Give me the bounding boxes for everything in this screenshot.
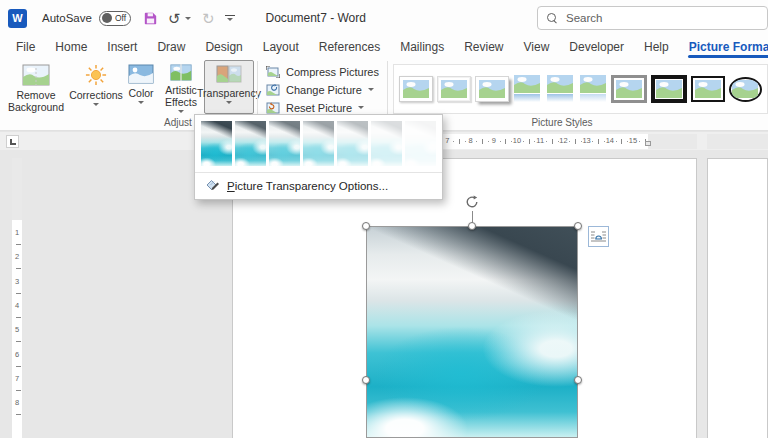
picture-style-simple-frame-white[interactable] xyxy=(399,72,433,106)
next-page-edge[interactable] xyxy=(707,158,768,438)
tab-developer[interactable]: Developer xyxy=(559,37,634,58)
tab-view[interactable]: View xyxy=(514,37,560,58)
ruler-dot xyxy=(569,141,570,142)
word-window: W AutoSave Off ↺ ↻ Document7 - Word Fi xyxy=(0,0,768,438)
resize-handle-middle-left[interactable] xyxy=(362,376,370,384)
picture-transparency-options-item[interactable]: Picture Transparency Options... xyxy=(195,172,442,199)
redo-button[interactable]: ↻ xyxy=(202,11,215,26)
landscape-thumbnail-icon xyxy=(732,80,758,98)
transparency-preset-95%[interactable] xyxy=(405,121,436,166)
tab-references[interactable]: References xyxy=(309,37,390,58)
style-frame xyxy=(475,76,509,102)
vruler-number-5: 5 xyxy=(10,325,24,334)
style-frame xyxy=(691,76,725,102)
vruler-number-4: 4 xyxy=(10,301,24,310)
picture-style-beveled-oval-black[interactable] xyxy=(729,72,762,106)
transparency-preset-80%[interactable] xyxy=(371,121,402,166)
reset-picture-dropdown-icon xyxy=(358,106,364,109)
tab-draw[interactable]: Draw xyxy=(147,37,195,58)
rotation-handle[interactable] xyxy=(465,195,479,213)
ruler-tick xyxy=(459,139,460,144)
tab-home[interactable]: Home xyxy=(45,37,97,58)
style-frame xyxy=(611,75,647,103)
transparency-preset-0%[interactable] xyxy=(201,121,232,166)
style-frame xyxy=(580,75,606,93)
picture-style-moderate-frame-black[interactable] xyxy=(651,72,687,106)
tab-layout[interactable]: Layout xyxy=(253,37,309,58)
ruler-number-14: 14 xyxy=(605,136,615,145)
transparency-presets-row xyxy=(195,115,442,172)
ruler-dot xyxy=(453,141,454,142)
picture-style-drop-shadow-rectangle[interactable] xyxy=(475,72,509,106)
reset-picture-label: Reset Picture xyxy=(286,102,352,114)
landscape-thumbnail-icon xyxy=(580,75,606,93)
transparency-dropdown-icon xyxy=(226,101,232,104)
search-box[interactable] xyxy=(537,6,768,30)
picture-style-beveled-matte-white[interactable] xyxy=(437,72,471,106)
ruler-dot xyxy=(581,141,582,142)
transparency-preset-65%[interactable] xyxy=(337,121,368,166)
landscape-thumbnail-icon xyxy=(547,75,573,93)
document-title: Document7 - Word xyxy=(265,11,365,25)
color-dropdown-icon xyxy=(138,101,144,104)
style-frame xyxy=(651,75,687,103)
rotate-icon xyxy=(465,195,479,209)
remove-background-button[interactable]: Remove Background xyxy=(4,60,68,114)
tab-picture-format[interactable]: Picture Format xyxy=(679,37,768,58)
resize-handle-top-middle[interactable] xyxy=(468,222,476,230)
ruler-dot xyxy=(616,141,617,142)
tab-insert[interactable]: Insert xyxy=(97,37,147,58)
autosave-toggle[interactable]: Off xyxy=(99,11,131,26)
ruler-tick xyxy=(621,139,622,144)
compress-pictures-icon xyxy=(266,66,280,78)
search-input[interactable] xyxy=(566,12,686,24)
picture-style-soft-edge-reflection[interactable] xyxy=(578,72,607,106)
right-indent-marker[interactable] xyxy=(645,141,651,146)
corrections-button[interactable]: Corrections xyxy=(68,60,124,114)
picture-style-metal-frame[interactable] xyxy=(611,72,647,106)
layout-options-button[interactable] xyxy=(588,226,609,247)
tab-design[interactable]: Design xyxy=(195,37,252,58)
picture-style-reflected-rounded-rectangle[interactable] xyxy=(513,72,542,106)
transparency-dropdown-menu: Picture Transparency Options... xyxy=(194,114,443,200)
resize-handle-top-left[interactable] xyxy=(362,222,370,230)
transparency-preset-30%[interactable] xyxy=(269,121,300,166)
selected-glacier-image[interactable] xyxy=(366,226,578,438)
ruler-dot xyxy=(534,141,535,142)
tab-file[interactable]: File xyxy=(6,37,45,58)
landscape-thumbnail-icon xyxy=(656,80,682,98)
vruler-number-8: 8 xyxy=(10,398,24,407)
undo-button[interactable]: ↺ xyxy=(168,9,191,27)
picture-style-simple-frame-black[interactable] xyxy=(691,72,725,106)
ruler-dot xyxy=(500,141,501,142)
reflection-effect xyxy=(547,94,573,103)
picture-style-bevel-rectangle-reflection[interactable] xyxy=(546,72,575,106)
reflection-effect xyxy=(514,94,540,103)
resize-handle-middle-right[interactable] xyxy=(574,376,582,384)
transparency-button[interactable]: Transparency xyxy=(204,60,254,114)
ruler-dot xyxy=(476,141,477,142)
transparency-preset-50%[interactable] xyxy=(303,121,334,166)
color-button[interactable]: Color xyxy=(124,60,158,114)
tab-mailings[interactable]: Mailings xyxy=(390,37,454,58)
ruler-tick xyxy=(505,139,506,144)
style-frame xyxy=(437,76,471,102)
ruler-dot xyxy=(604,141,605,142)
tab-stop-selector[interactable] xyxy=(6,135,19,148)
change-picture-button[interactable]: Change Picture xyxy=(261,81,384,98)
save-button[interactable] xyxy=(144,12,157,25)
ruler-dot xyxy=(488,141,489,142)
resize-handle-top-right[interactable] xyxy=(574,222,582,230)
style-frame xyxy=(399,76,433,102)
vruler-number-7: 7 xyxy=(10,374,24,383)
tab-help[interactable]: Help xyxy=(634,37,679,58)
corrections-dropdown-icon xyxy=(93,103,99,106)
quick-access-toolbar: ↺ ↻ xyxy=(144,9,236,27)
ruler-dot xyxy=(523,141,524,142)
ruler-dot xyxy=(639,141,640,142)
customize-quick-access-button[interactable] xyxy=(225,15,235,21)
compress-pictures-button[interactable]: Compress Pictures xyxy=(261,63,384,80)
tab-review[interactable]: Review xyxy=(454,37,513,58)
landscape-thumbnail-icon xyxy=(616,80,642,98)
transparency-preset-15%[interactable] xyxy=(235,121,266,166)
